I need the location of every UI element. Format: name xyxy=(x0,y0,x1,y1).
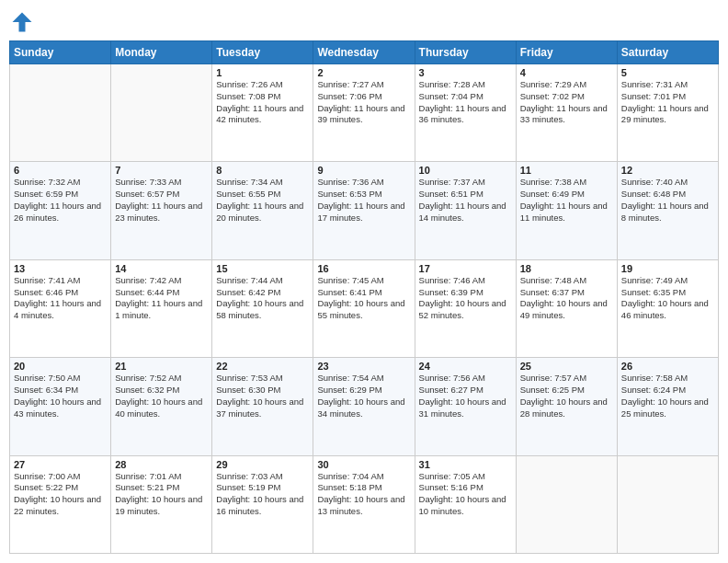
day-info: Sunrise: 7:48 AMSunset: 6:37 PMDaylight:… xyxy=(520,275,613,322)
day-number: 4 xyxy=(520,67,613,78)
day-number: 18 xyxy=(520,263,613,274)
day-info: Sunrise: 7:37 AMSunset: 6:51 PMDaylight:… xyxy=(419,177,512,224)
calendar-cell: 29Sunrise: 7:03 AMSunset: 5:19 PMDayligh… xyxy=(212,455,313,553)
day-info: Sunrise: 7:46 AMSunset: 6:39 PMDaylight:… xyxy=(419,275,512,322)
page: SundayMondayTuesdayWednesdayThursdayFrid… xyxy=(0,0,728,563)
day-info: Sunrise: 7:40 AMSunset: 6:48 PMDaylight:… xyxy=(621,177,714,224)
day-number: 1 xyxy=(216,67,309,78)
logo xyxy=(9,9,39,35)
day-number: 10 xyxy=(419,165,512,176)
calendar-cell: 11Sunrise: 7:38 AMSunset: 6:49 PMDayligh… xyxy=(516,162,617,259)
day-number: 22 xyxy=(216,361,309,372)
day-info: Sunrise: 7:53 AMSunset: 6:30 PMDaylight:… xyxy=(216,373,309,419)
day-info: Sunrise: 7:04 AMSunset: 5:18 PMDaylight:… xyxy=(317,471,410,518)
weekday-header-wednesday: Wednesday xyxy=(313,41,415,64)
day-number: 3 xyxy=(419,67,512,78)
day-number: 20 xyxy=(14,361,107,372)
day-number: 26 xyxy=(621,361,714,372)
day-number: 2 xyxy=(317,67,410,78)
weekday-header-saturday: Saturday xyxy=(617,41,718,64)
day-info: Sunrise: 7:38 AMSunset: 6:49 PMDaylight:… xyxy=(520,177,613,224)
calendar-week-5: 27Sunrise: 7:00 AMSunset: 5:22 PMDayligh… xyxy=(10,455,719,553)
calendar-cell: 13Sunrise: 7:41 AMSunset: 6:46 PMDayligh… xyxy=(10,259,111,357)
day-info: Sunrise: 7:52 AMSunset: 6:32 PMDaylight:… xyxy=(115,373,208,419)
calendar-cell: 19Sunrise: 7:49 AMSunset: 6:35 PMDayligh… xyxy=(617,259,718,357)
day-number: 25 xyxy=(520,361,613,372)
calendar-table: SundayMondayTuesdayWednesdayThursdayFrid… xyxy=(9,40,719,554)
weekday-header-sunday: Sunday xyxy=(10,41,111,64)
calendar-cell: 31Sunrise: 7:05 AMSunset: 5:16 PMDayligh… xyxy=(415,455,516,553)
day-number: 15 xyxy=(216,263,309,274)
calendar-week-2: 6Sunrise: 7:32 AMSunset: 6:59 PMDaylight… xyxy=(10,162,719,259)
day-info: Sunrise: 7:49 AMSunset: 6:35 PMDaylight:… xyxy=(621,275,714,322)
day-info: Sunrise: 7:31 AMSunset: 7:01 PMDaylight:… xyxy=(621,79,714,126)
weekday-header-friday: Friday xyxy=(516,41,617,64)
day-info: Sunrise: 7:33 AMSunset: 6:57 PMDaylight:… xyxy=(115,177,208,224)
day-number: 12 xyxy=(621,165,714,176)
calendar-cell: 10Sunrise: 7:37 AMSunset: 6:51 PMDayligh… xyxy=(415,162,516,259)
day-info: Sunrise: 7:26 AMSunset: 7:08 PMDaylight:… xyxy=(216,79,309,126)
day-info: Sunrise: 7:50 AMSunset: 6:34 PMDaylight:… xyxy=(14,373,107,419)
day-number: 16 xyxy=(317,263,410,274)
calendar-cell: 14Sunrise: 7:42 AMSunset: 6:44 PMDayligh… xyxy=(111,259,212,357)
day-info: Sunrise: 7:58 AMSunset: 6:24 PMDaylight:… xyxy=(621,373,714,419)
calendar-cell: 15Sunrise: 7:44 AMSunset: 6:42 PMDayligh… xyxy=(212,259,313,357)
day-number: 9 xyxy=(317,165,410,176)
day-info: Sunrise: 7:54 AMSunset: 6:29 PMDaylight:… xyxy=(317,373,410,419)
calendar-cell: 24Sunrise: 7:56 AMSunset: 6:27 PMDayligh… xyxy=(415,358,516,455)
calendar-cell: 9Sunrise: 7:36 AMSunset: 6:53 PMDaylight… xyxy=(313,162,415,259)
day-info: Sunrise: 7:28 AMSunset: 7:04 PMDaylight:… xyxy=(419,79,512,126)
calendar-cell: 4Sunrise: 7:29 AMSunset: 7:02 PMDaylight… xyxy=(516,64,617,162)
day-number: 29 xyxy=(216,459,309,470)
calendar-cell: 27Sunrise: 7:00 AMSunset: 5:22 PMDayligh… xyxy=(10,455,111,553)
day-info: Sunrise: 7:57 AMSunset: 6:25 PMDaylight:… xyxy=(520,373,613,419)
day-info: Sunrise: 7:27 AMSunset: 7:06 PMDaylight:… xyxy=(317,79,410,126)
day-number: 21 xyxy=(115,361,208,372)
day-info: Sunrise: 7:41 AMSunset: 6:46 PMDaylight:… xyxy=(14,275,107,322)
calendar-cell: 8Sunrise: 7:34 AMSunset: 6:55 PMDaylight… xyxy=(212,162,313,259)
calendar-cell: 20Sunrise: 7:50 AMSunset: 6:34 PMDayligh… xyxy=(10,358,111,455)
calendar-week-1: 1Sunrise: 7:26 AMSunset: 7:08 PMDaylight… xyxy=(10,64,719,162)
day-number: 8 xyxy=(216,165,309,176)
weekday-header-row: SundayMondayTuesdayWednesdayThursdayFrid… xyxy=(10,41,719,64)
day-number: 5 xyxy=(621,67,714,78)
calendar-cell: 21Sunrise: 7:52 AMSunset: 6:32 PMDayligh… xyxy=(111,358,212,455)
day-info: Sunrise: 7:36 AMSunset: 6:53 PMDaylight:… xyxy=(317,177,410,224)
day-number: 30 xyxy=(317,459,410,470)
calendar-cell: 5Sunrise: 7:31 AMSunset: 7:01 PMDaylight… xyxy=(617,64,718,162)
calendar-cell: 16Sunrise: 7:45 AMSunset: 6:41 PMDayligh… xyxy=(313,259,415,357)
calendar-header: SundayMondayTuesdayWednesdayThursdayFrid… xyxy=(10,41,719,64)
day-info: Sunrise: 7:56 AMSunset: 6:27 PMDaylight:… xyxy=(419,373,512,419)
calendar-cell: 17Sunrise: 7:46 AMSunset: 6:39 PMDayligh… xyxy=(415,259,516,357)
day-number: 17 xyxy=(419,263,512,274)
calendar-cell: 6Sunrise: 7:32 AMSunset: 6:59 PMDaylight… xyxy=(10,162,111,259)
calendar-cell xyxy=(10,64,111,162)
day-info: Sunrise: 7:05 AMSunset: 5:16 PMDaylight:… xyxy=(419,471,512,518)
calendar-cell: 22Sunrise: 7:53 AMSunset: 6:30 PMDayligh… xyxy=(212,358,313,455)
day-number: 27 xyxy=(14,459,107,470)
logo-icon xyxy=(9,9,35,35)
day-number: 31 xyxy=(419,459,512,470)
day-number: 7 xyxy=(115,165,208,176)
calendar-cell: 30Sunrise: 7:04 AMSunset: 5:18 PMDayligh… xyxy=(313,455,415,553)
calendar-cell: 26Sunrise: 7:58 AMSunset: 6:24 PMDayligh… xyxy=(617,358,718,455)
calendar-cell: 7Sunrise: 7:33 AMSunset: 6:57 PMDaylight… xyxy=(111,162,212,259)
weekday-header-thursday: Thursday xyxy=(415,41,516,64)
calendar-week-3: 13Sunrise: 7:41 AMSunset: 6:46 PMDayligh… xyxy=(10,259,719,357)
calendar-week-4: 20Sunrise: 7:50 AMSunset: 6:34 PMDayligh… xyxy=(10,358,719,455)
calendar-cell: 12Sunrise: 7:40 AMSunset: 6:48 PMDayligh… xyxy=(617,162,718,259)
day-info: Sunrise: 7:45 AMSunset: 6:41 PMDaylight:… xyxy=(317,275,410,322)
calendar-cell xyxy=(516,455,617,553)
header xyxy=(9,9,719,35)
day-info: Sunrise: 7:00 AMSunset: 5:22 PMDaylight:… xyxy=(14,471,107,518)
day-info: Sunrise: 7:42 AMSunset: 6:44 PMDaylight:… xyxy=(115,275,208,322)
weekday-header-tuesday: Tuesday xyxy=(212,41,313,64)
day-number: 28 xyxy=(115,459,208,470)
calendar-cell: 28Sunrise: 7:01 AMSunset: 5:21 PMDayligh… xyxy=(111,455,212,553)
day-info: Sunrise: 7:01 AMSunset: 5:21 PMDaylight:… xyxy=(115,471,208,518)
calendar-cell: 23Sunrise: 7:54 AMSunset: 6:29 PMDayligh… xyxy=(313,358,415,455)
calendar-cell xyxy=(617,455,718,553)
calendar-cell: 2Sunrise: 7:27 AMSunset: 7:06 PMDaylight… xyxy=(313,64,415,162)
day-info: Sunrise: 7:32 AMSunset: 6:59 PMDaylight:… xyxy=(14,177,107,224)
day-info: Sunrise: 7:34 AMSunset: 6:55 PMDaylight:… xyxy=(216,177,309,224)
